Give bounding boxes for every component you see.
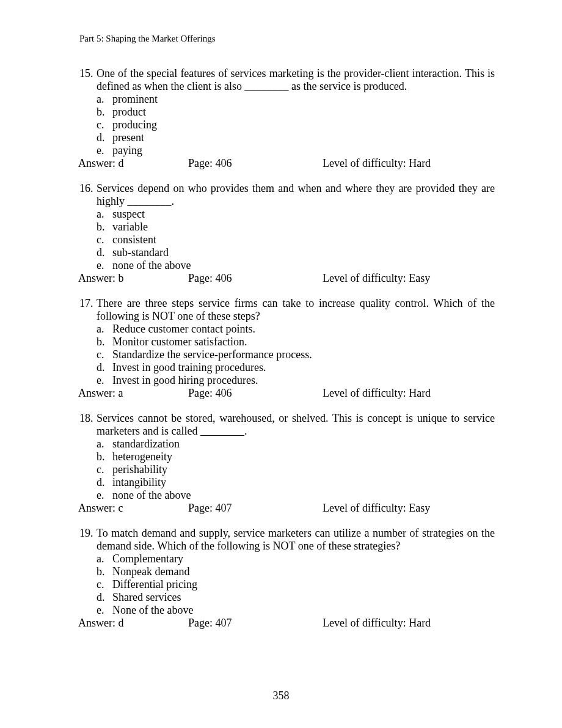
answer-difficulty: Level of difficulty: Hard xyxy=(323,387,495,400)
option-letter: e. xyxy=(97,489,112,502)
option-letter: d. xyxy=(97,476,112,489)
option-text: None of the above xyxy=(112,604,495,617)
page-value: 406 xyxy=(216,157,232,169)
option-row: b.product xyxy=(97,106,495,119)
option-letter: a. xyxy=(97,438,112,450)
question-block: 17.There are three steps service firms c… xyxy=(79,297,495,400)
difficulty-label: Level of difficulty: xyxy=(323,502,409,514)
answer-label: Answer: xyxy=(78,272,119,284)
difficulty-label: Level of difficulty: xyxy=(323,387,409,399)
answer-label: Answer: xyxy=(78,157,119,169)
option-row: a.suspect xyxy=(97,208,495,221)
page-label: Page: xyxy=(188,617,216,629)
option-text: Standardize the service-performance proc… xyxy=(112,348,495,361)
question-block: 15.One of the special features of servic… xyxy=(79,67,495,170)
option-row: a. Complementary xyxy=(97,553,495,565)
option-text: prominent xyxy=(112,93,495,106)
option-row: a.prominent xyxy=(97,93,495,106)
option-letter: b. xyxy=(97,565,112,578)
answer-letter: b xyxy=(119,272,124,284)
page-value: 407 xyxy=(216,502,232,514)
option-text: Shared services xyxy=(112,591,495,604)
option-text: Nonpeak demand xyxy=(112,565,495,578)
option-row: e.paying xyxy=(97,144,495,157)
options-list: a. Reduce customer contact points.b. Mon… xyxy=(79,323,495,387)
question-text: Services cannot be stored, warehoused, o… xyxy=(97,412,495,438)
option-letter: b. xyxy=(97,336,112,348)
question-number: 16. xyxy=(79,182,97,208)
questions-container: 15.One of the special features of servic… xyxy=(79,67,495,630)
option-letter: e. xyxy=(97,259,112,272)
option-letter: b. xyxy=(97,221,112,233)
question-text: To match demand and supply, service mark… xyxy=(97,527,495,553)
question-text: There are three steps service firms can … xyxy=(97,297,495,323)
answer-label: Answer: xyxy=(78,502,119,514)
option-letter: a. xyxy=(97,208,112,221)
answer-difficulty: Level of difficulty: Easy xyxy=(323,272,495,285)
option-text: standardization xyxy=(112,438,495,450)
option-letter: c. xyxy=(97,348,112,361)
options-list: a.prominentb.productc.producingd.present… xyxy=(79,93,495,157)
option-text: sub-standard xyxy=(112,246,495,259)
question-stem: 15.One of the special features of servic… xyxy=(79,67,495,93)
difficulty-value: Hard xyxy=(409,157,431,169)
option-letter: c. xyxy=(97,578,112,591)
answer-letter: d xyxy=(119,157,124,169)
option-row: b. Monitor customer satisfaction. xyxy=(97,336,495,348)
answer-line: Answer: aPage: 406Level of difficulty: H… xyxy=(78,387,495,400)
question-block: 16.Services depend on who provides them … xyxy=(79,182,495,285)
option-letter: d. xyxy=(97,131,112,144)
option-row: c. perishability xyxy=(97,463,495,476)
answer-value: Answer: d xyxy=(78,617,188,630)
answer-value: Answer: d xyxy=(78,157,188,170)
option-text: Differential pricing xyxy=(112,578,495,591)
page-label: Page: xyxy=(188,272,216,284)
option-text: present xyxy=(112,131,495,144)
option-letter: e. xyxy=(97,144,112,157)
answer-label: Answer: xyxy=(78,387,119,399)
option-row: a. standardization xyxy=(97,438,495,450)
difficulty-value: Easy xyxy=(409,502,430,514)
option-text: perishability xyxy=(112,463,495,476)
option-letter: a. xyxy=(97,553,112,565)
option-text: suspect xyxy=(112,208,495,221)
option-letter: c. xyxy=(97,233,112,246)
option-text: Invest in good hiring procedures. xyxy=(112,374,495,387)
question-stem: 17.There are three steps service firms c… xyxy=(79,297,495,323)
option-row: c.producing xyxy=(97,119,495,131)
difficulty-value: Hard xyxy=(409,617,431,629)
difficulty-label: Level of difficulty: xyxy=(323,272,409,284)
option-letter: e. xyxy=(97,374,112,387)
option-row: d. intangibility xyxy=(97,476,495,489)
question-text: One of the special features of services … xyxy=(97,67,495,93)
answer-page: Page: 407 xyxy=(188,502,323,515)
answer-label: Answer: xyxy=(78,617,119,629)
page-number: 358 xyxy=(0,689,562,702)
answer-difficulty: Level of difficulty: Hard xyxy=(323,617,495,630)
question-stem: 18.Services cannot be stored, warehoused… xyxy=(79,412,495,438)
option-letter: d. xyxy=(97,361,112,374)
question-block: 19.To match demand and supply, service m… xyxy=(79,527,495,630)
option-row: e. none of the above xyxy=(97,489,495,502)
option-letter: c. xyxy=(97,119,112,131)
option-text: Monitor customer satisfaction. xyxy=(112,336,495,348)
question-stem: 19.To match demand and supply, service m… xyxy=(79,527,495,553)
option-letter: a. xyxy=(97,93,112,106)
part-header: Part 5: Shaping the Market Offerings xyxy=(79,34,495,44)
option-text: Reduce customer contact points. xyxy=(112,323,495,336)
option-text: none of the above xyxy=(112,259,495,272)
option-text: variable xyxy=(112,221,495,233)
option-row: b. Nonpeak demand xyxy=(97,565,495,578)
answer-page: Page: 406 xyxy=(188,272,323,285)
answer-line: Answer: dPage: 407Level of difficulty: H… xyxy=(78,617,495,630)
option-row: c. consistent xyxy=(97,233,495,246)
option-letter: e. xyxy=(97,604,112,617)
answer-difficulty: Level of difficulty: Hard xyxy=(323,157,495,170)
option-row: e. Invest in good hiring procedures. xyxy=(97,374,495,387)
option-text: paying xyxy=(112,144,495,157)
page-value: 406 xyxy=(216,272,232,284)
option-row: d. sub-standard xyxy=(97,246,495,259)
answer-page: Page: 406 xyxy=(188,157,323,170)
option-letter: d. xyxy=(97,246,112,259)
option-row: e. None of the above xyxy=(97,604,495,617)
